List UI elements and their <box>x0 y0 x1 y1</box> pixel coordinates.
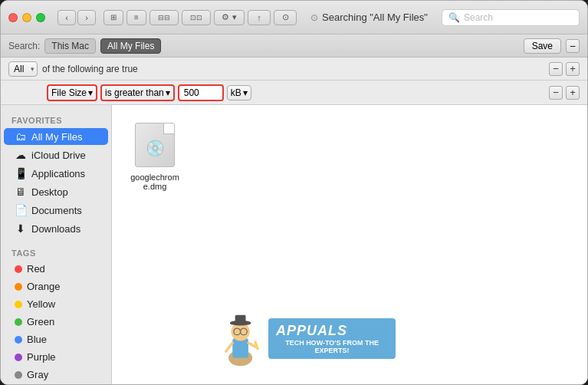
save-button[interactable]: Save <box>524 38 561 54</box>
minimize-button[interactable] <box>22 13 31 22</box>
all-my-files-tab[interactable]: All My Files <box>100 38 161 54</box>
list-view-button[interactable]: ≡ <box>126 10 146 25</box>
sidebar-item-label: Applications <box>31 168 85 179</box>
svg-rect-1 <box>232 338 248 358</box>
desktop-icon: 🖥 <box>15 186 27 198</box>
cover-flow-button[interactable]: ⊡⊡ <box>182 10 211 25</box>
maximize-button[interactable] <box>36 13 45 22</box>
purple-tag-dot <box>15 354 22 361</box>
sidebar-item-label: Yellow <box>27 298 55 310</box>
titlebar: ‹ › ⊞ ≡ ⊟⊟ ⊡⊡ ⚙ ▾ ↑ ⊙ ⊙ Searching "All M… <box>1 1 587 35</box>
search-label: Search: <box>8 41 40 51</box>
sidebar-item-red[interactable]: Red <box>4 261 108 277</box>
this-mac-tab[interactable]: This Mac <box>44 38 96 54</box>
downloads-icon: ⬇ <box>15 222 27 235</box>
main-area: Favorites 🗂 All My Files ☁ iCloud Drive … <box>1 105 587 384</box>
sidebar-item-label: Desktop <box>31 186 68 198</box>
sidebar-item-label: All My Files <box>31 131 82 143</box>
content-area: 💿 googlechrome.dmg <box>112 105 587 384</box>
icloud-icon: ☁ <box>15 149 27 161</box>
column-view-button[interactable]: ⊟⊟ <box>149 10 179 25</box>
file-item[interactable]: 💿 googlechrome.dmg <box>127 120 182 191</box>
toolbar-icons: ⊞ ≡ ⊟⊟ ⊡⊡ ⚙ ▾ ↑ ⊙ <box>103 10 297 25</box>
file-icon: 💿 <box>132 120 178 169</box>
sidebar-item-purple[interactable]: Purple <box>4 349 108 365</box>
watermark-figure <box>219 304 262 373</box>
tag-button[interactable]: ⊙ <box>274 10 297 25</box>
filter-row: File Size ▾ is greater than ▾ kB ▾ − + <box>1 81 587 105</box>
search-field[interactable]: 🔍 Search <box>442 9 580 26</box>
nav-buttons: ‹ › <box>57 10 96 25</box>
operator-selector[interactable]: is greater than ▾ <box>100 84 175 101</box>
sidebar-item-label: Green <box>27 316 54 327</box>
sidebar-item-label: Red <box>27 263 45 275</box>
criteria-text: of the following are true <box>42 64 138 74</box>
sidebar-item-desktop[interactable]: 🖥 Desktop <box>4 183 108 200</box>
match-type-wrap[interactable]: All <box>8 61 38 77</box>
orange-tag-dot <box>15 283 22 291</box>
unit-selector[interactable]: kB ▾ <box>227 85 251 100</box>
gray-tag-dot <box>15 371 22 379</box>
remove-criteria-button[interactable]: − <box>549 62 563 76</box>
yellow-tag-dot <box>15 301 22 308</box>
traffic-lights <box>8 13 45 22</box>
sidebar-item-label: Purple <box>27 351 56 363</box>
sidebar-item-blue[interactable]: Blue <box>4 331 108 347</box>
sidebar-item-orange[interactable]: Orange <box>4 278 108 295</box>
tags-label: Tags <box>1 244 111 260</box>
icon-view-button[interactable]: ⊞ <box>103 10 123 25</box>
file-name: googlechrome.dmg <box>127 173 182 191</box>
filter-controls: − + <box>549 86 580 100</box>
watermark-text-box: APPUALS TECH HOW-TO'S FROM THE EXPERTS! <box>268 318 396 359</box>
watermark-content: APPUALS TECH HOW-TO'S FROM THE EXPERTS! <box>219 304 396 373</box>
sidebar-item-green[interactable]: Green <box>4 314 108 330</box>
criteria-controls: − + <box>549 62 580 76</box>
sidebar-item-gray[interactable]: Gray <box>4 367 108 383</box>
sidebar-item-all-my-files[interactable]: 🗂 All My Files <box>4 128 108 145</box>
field-selector[interactable]: File Size ▾ <box>47 84 97 101</box>
action-menu-button[interactable]: ⚙ ▾ <box>214 10 245 25</box>
sidebar-item-label: Downloads <box>31 223 80 235</box>
sidebar: Favorites 🗂 All My Files ☁ iCloud Drive … <box>1 105 112 384</box>
favorites-label: Favorites <box>1 111 111 127</box>
svg-line-8 <box>226 343 233 351</box>
sidebar-item-icloud-drive[interactable]: ☁ iCloud Drive <box>4 146 108 163</box>
finder-window: ‹ › ⊞ ≡ ⊟⊟ ⊡⊡ ⚙ ▾ ↑ ⊙ ⊙ Searching "All M… <box>0 0 588 385</box>
applications-icon: 📱 <box>15 167 27 179</box>
dmg-drive-symbol: 💿 <box>146 139 165 157</box>
sidebar-item-label: Gray <box>27 369 48 380</box>
watermark-tagline: TECH HOW-TO'S FROM THE EXPERTS! <box>276 339 388 354</box>
sidebar-item-downloads[interactable]: ⬇ Downloads <box>4 220 108 237</box>
share-button[interactable]: ↑ <box>248 10 271 25</box>
window-title: ⊙ Searching "All My Files" <box>297 12 442 23</box>
criteria-bar: All of the following are true − + <box>1 58 587 81</box>
sidebar-item-yellow[interactable]: Yellow <box>4 296 108 312</box>
search-row: Search: This Mac All My Files Save – <box>1 35 587 58</box>
value-input[interactable] <box>178 84 224 101</box>
collapse-button[interactable]: – <box>566 39 580 53</box>
forward-button[interactable]: › <box>77 10 96 25</box>
field-selector-arrow: ▾ <box>88 87 93 98</box>
match-type-select[interactable]: All <box>8 61 38 77</box>
remove-filter-button[interactable]: − <box>549 86 563 100</box>
blue-tag-dot <box>15 336 22 344</box>
add-criteria-button[interactable]: + <box>566 62 580 76</box>
documents-icon: 📄 <box>15 204 27 216</box>
title-icon: ⊙ <box>310 12 318 23</box>
unit-selector-arrow: ▾ <box>243 87 248 98</box>
sidebar-item-applications[interactable]: 📱 Applications <box>4 165 108 182</box>
all-my-files-icon: 🗂 <box>15 130 27 143</box>
add-filter-button[interactable]: + <box>566 86 580 100</box>
red-tag-dot <box>15 265 22 273</box>
green-tag-dot <box>15 318 22 326</box>
file-area: 💿 googlechrome.dmg <box>112 105 587 384</box>
watermark: APPUALS TECH HOW-TO'S FROM THE EXPERTS! <box>219 300 396 377</box>
operator-selector-arrow: ▾ <box>166 87 170 98</box>
back-button[interactable]: ‹ <box>57 10 76 25</box>
svg-rect-4 <box>235 315 246 324</box>
sidebar-item-label: Blue <box>27 334 47 345</box>
sidebar-item-documents[interactable]: 📄 Documents <box>4 202 108 219</box>
close-button[interactable] <box>8 13 18 22</box>
dmg-fold <box>163 123 174 134</box>
sidebar-item-label: iCloud Drive <box>31 150 86 161</box>
